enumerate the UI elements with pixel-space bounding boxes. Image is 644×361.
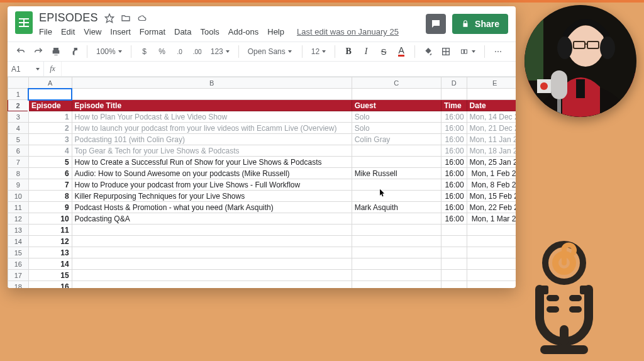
cell[interactable] bbox=[441, 270, 467, 281]
col-header-d[interactable]: D bbox=[441, 77, 467, 89]
cell[interactable]: Podcasting 101 (with Colin Gray) bbox=[72, 134, 352, 145]
cell[interactable]: 1 bbox=[28, 111, 72, 123]
cell[interactable]: Solo bbox=[352, 111, 441, 123]
cell[interactable]: Mon, 25 Jan 20 bbox=[467, 157, 516, 168]
cell[interactable] bbox=[72, 247, 352, 258]
fill-color-button[interactable] bbox=[421, 45, 435, 58]
cell[interactable]: 6 bbox=[28, 168, 72, 179]
cell[interactable] bbox=[352, 270, 441, 281]
cell[interactable]: 4 bbox=[28, 145, 72, 157]
cell[interactable]: 16:00 bbox=[441, 168, 467, 179]
cell[interactable]: Audio: How to Sound Awesome on your podc… bbox=[72, 168, 352, 179]
cell[interactable] bbox=[72, 89, 352, 100]
cell[interactable]: 3 bbox=[28, 134, 72, 145]
cell[interactable]: Mon, 18 Jan 20 bbox=[467, 145, 516, 157]
increase-decimal-button[interactable]: .00 bbox=[191, 45, 204, 58]
cell[interactable] bbox=[72, 270, 352, 281]
col-header-c[interactable]: C bbox=[352, 77, 441, 89]
cell[interactable]: How to Create a Successful Run of Show f… bbox=[72, 157, 352, 168]
row-header[interactable]: 4 bbox=[8, 123, 29, 134]
row-header[interactable]: 11 bbox=[8, 202, 29, 213]
row-header[interactable]: 17 bbox=[8, 270, 29, 281]
cell[interactable] bbox=[441, 225, 467, 236]
cell[interactable] bbox=[467, 225, 516, 236]
menu-view[interactable]: View bbox=[84, 27, 101, 36]
cell[interactable]: Podcasting Q&A bbox=[72, 213, 352, 225]
cell[interactable]: Solo bbox=[352, 123, 441, 134]
cell[interactable]: Episode Title bbox=[72, 100, 352, 111]
row-header[interactable]: 6 bbox=[8, 145, 29, 157]
merge-cells-button[interactable] bbox=[457, 48, 478, 55]
cell[interactable]: Mon, 15 Feb 20 bbox=[467, 191, 516, 202]
cell[interactable] bbox=[352, 89, 441, 100]
menu-addons[interactable]: Add-ons bbox=[228, 27, 258, 36]
cell[interactable] bbox=[467, 236, 516, 247]
select-all-corner[interactable] bbox=[8, 77, 29, 89]
cell[interactable] bbox=[72, 281, 352, 289]
cell[interactable]: Mon, 1 Mar 20 bbox=[467, 213, 516, 225]
cell[interactable] bbox=[352, 145, 441, 157]
cell[interactable]: Mark Asquith bbox=[352, 202, 441, 213]
row-header[interactable]: 7 bbox=[8, 157, 29, 168]
cell[interactable] bbox=[352, 247, 441, 258]
row-header[interactable]: 5 bbox=[8, 134, 29, 145]
italic-button[interactable]: I bbox=[359, 45, 373, 58]
strikethrough-button[interactable]: S bbox=[377, 45, 391, 58]
share-button[interactable]: Share bbox=[452, 14, 508, 34]
cell[interactable]: 15 bbox=[28, 270, 72, 281]
name-box[interactable]: A1 bbox=[8, 62, 44, 76]
cell[interactable] bbox=[467, 281, 516, 289]
spreadsheet-grid[interactable]: A B C D E 12EpisodeEpisode TitleGuestTim… bbox=[8, 77, 516, 288]
cell[interactable]: Mon, 14 Dec 20 bbox=[467, 111, 516, 123]
cell[interactable] bbox=[72, 258, 352, 270]
font-size-select[interactable]: 12 bbox=[309, 47, 328, 56]
cell[interactable]: How to launch your podcast from your liv… bbox=[72, 123, 352, 134]
cell[interactable]: Mon, 21 Dec 20 bbox=[467, 123, 516, 134]
cell[interactable] bbox=[441, 258, 467, 270]
paint-format-button[interactable] bbox=[67, 45, 80, 58]
menu-file[interactable]: File bbox=[39, 27, 52, 36]
row-header[interactable]: 2 bbox=[8, 100, 29, 111]
print-button[interactable] bbox=[49, 45, 63, 58]
cell[interactable]: 16:00 bbox=[441, 145, 467, 157]
cell[interactable]: Killer Repurposing Techniques for your L… bbox=[72, 191, 352, 202]
row-header[interactable]: 18 bbox=[8, 281, 29, 289]
col-header-e[interactable]: E bbox=[467, 77, 516, 89]
more-toolbar-button[interactable]: ⋯ bbox=[491, 45, 505, 58]
comments-button[interactable] bbox=[426, 14, 446, 34]
cell[interactable]: Mon, 11 Jan 20 bbox=[467, 134, 516, 145]
cell[interactable]: Mike Russell bbox=[352, 168, 441, 179]
cell[interactable]: 11 bbox=[28, 225, 72, 236]
cell[interactable]: Time bbox=[441, 100, 467, 111]
cell[interactable] bbox=[352, 281, 441, 289]
cell[interactable]: Mon, 22 Feb 20 bbox=[467, 202, 516, 213]
cell[interactable]: 14 bbox=[28, 258, 72, 270]
cell[interactable]: 10 bbox=[28, 213, 72, 225]
row-header[interactable]: 15 bbox=[8, 247, 29, 258]
row-header[interactable]: 16 bbox=[8, 258, 29, 270]
cell[interactable]: 16 bbox=[28, 281, 72, 289]
formula-input[interactable] bbox=[62, 62, 516, 76]
cell[interactable]: How to Produce your podcast from your Li… bbox=[72, 179, 352, 191]
cell[interactable]: 16:00 bbox=[441, 111, 467, 123]
decrease-decimal-button[interactable]: .0 bbox=[173, 45, 187, 58]
cell[interactable]: How to Plan Your Podcast & Live Video Sh… bbox=[72, 111, 352, 123]
menu-edit[interactable]: Edit bbox=[61, 27, 75, 36]
cloud-status-icon[interactable] bbox=[137, 13, 147, 23]
cell[interactable] bbox=[441, 247, 467, 258]
zoom-select[interactable]: 100% bbox=[94, 47, 125, 56]
cell[interactable] bbox=[352, 191, 441, 202]
cell[interactable] bbox=[352, 236, 441, 247]
cell[interactable]: Guest bbox=[352, 100, 441, 111]
cell[interactable] bbox=[467, 258, 516, 270]
undo-button[interactable] bbox=[14, 45, 28, 58]
row-header[interactable]: 8 bbox=[8, 168, 29, 179]
cell[interactable]: 16:00 bbox=[441, 134, 467, 145]
row-header[interactable]: 3 bbox=[8, 111, 29, 123]
cell[interactable]: Mon, 1 Feb 20 bbox=[467, 168, 516, 179]
cell[interactable] bbox=[441, 89, 467, 100]
cell[interactable]: 9 bbox=[28, 202, 72, 213]
cell[interactable]: 16:00 bbox=[441, 213, 467, 225]
cell[interactable]: 8 bbox=[28, 191, 72, 202]
cell[interactable] bbox=[467, 89, 516, 100]
